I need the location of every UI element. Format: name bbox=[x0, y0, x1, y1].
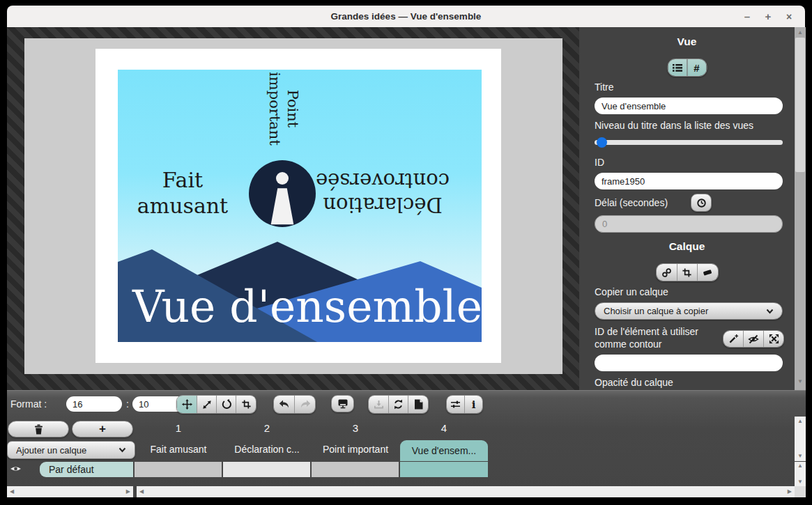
timeout-enable-button[interactable] bbox=[691, 194, 712, 212]
plus-icon: + bbox=[99, 422, 106, 436]
save-button[interactable] bbox=[369, 396, 389, 413]
layers-hscrollbar[interactable]: ◀ ▶ bbox=[7, 486, 133, 497]
scale-mode-button[interactable] bbox=[197, 396, 217, 413]
redo-button[interactable] bbox=[295, 396, 315, 413]
eraser-icon bbox=[702, 267, 713, 277]
format-separator: : bbox=[126, 398, 129, 410]
move-icon bbox=[182, 399, 192, 410]
player-preview-button[interactable] bbox=[331, 395, 354, 412]
frame-list-button[interactable] bbox=[668, 59, 687, 76]
scroll-left-icon[interactable]: ◀ bbox=[10, 489, 14, 495]
frame-title-1[interactable]: Fait amusant bbox=[135, 444, 222, 455]
resize-diagonal-icon bbox=[202, 400, 212, 410]
layer-visibility-eye-icon[interactable] bbox=[10, 465, 22, 473]
clock-icon bbox=[696, 198, 707, 208]
slide-preview[interactable]: Point important Fait amusant Déclaration… bbox=[118, 70, 482, 342]
scroll-up-icon[interactable]: ▲ bbox=[797, 463, 803, 469]
erase-layer-button[interactable] bbox=[698, 264, 718, 281]
clip-layer-button[interactable] bbox=[677, 264, 698, 281]
bottom-panel: Format : : bbox=[7, 390, 806, 497]
scroll-right-icon[interactable]: ▶ bbox=[126, 489, 130, 495]
timeline-hscrollbar[interactable]: ◀ ▶ bbox=[137, 486, 795, 497]
contour-id-input[interactable] bbox=[595, 355, 783, 371]
fit-element-button[interactable] bbox=[764, 331, 783, 347]
reload-button[interactable] bbox=[389, 396, 408, 413]
file-buttons bbox=[368, 395, 429, 414]
timeline-cell-4-selected[interactable] bbox=[400, 462, 488, 477]
frame-number-button[interactable]: # bbox=[687, 59, 706, 76]
scroll-up-icon[interactable]: ▲ bbox=[797, 419, 803, 424]
crop-icon bbox=[241, 399, 252, 410]
misc-buttons: i bbox=[446, 395, 483, 414]
monitor-icon bbox=[337, 398, 348, 409]
frame-header-1[interactable]: 1 bbox=[135, 422, 222, 434]
scroll-up-icon[interactable]: ▲ bbox=[797, 30, 803, 36]
expand-arrows-icon bbox=[769, 334, 779, 344]
presentation-canvas[interactable]: Point important Fait amusant Déclaration… bbox=[7, 27, 579, 390]
slide-text-point-important: Point important bbox=[265, 72, 300, 146]
timeline-cell-2[interactable] bbox=[223, 462, 310, 477]
frame-id-input[interactable] bbox=[595, 173, 783, 189]
frame-title-4-selected[interactable]: Vue d'ensem... bbox=[400, 440, 488, 461]
about-button[interactable]: i bbox=[465, 396, 482, 413]
chevron-down-icon bbox=[766, 309, 774, 314]
minimize-button[interactable]: – bbox=[740, 6, 755, 27]
hide-element-button[interactable] bbox=[744, 331, 764, 347]
scroll-down-icon[interactable]: ▼ bbox=[797, 453, 803, 459]
layer-default-label[interactable]: Par défaut bbox=[40, 462, 133, 477]
frame-title-3[interactable]: Point important bbox=[312, 444, 399, 455]
frame-header-2[interactable]: 2 bbox=[223, 422, 311, 434]
scroll-left-icon[interactable]: ◀ bbox=[139, 489, 144, 495]
titre-input[interactable] bbox=[595, 98, 783, 114]
titre-label: Titre bbox=[595, 81, 613, 93]
undo-button[interactable] bbox=[274, 396, 295, 413]
titlebar[interactable]: Grandes idées — Vue d'ensemble – + × bbox=[7, 6, 805, 27]
slider-thumb[interactable] bbox=[597, 137, 607, 148]
copy-layer-select[interactable]: Choisir un calque à copier bbox=[595, 302, 783, 320]
frame-title-2[interactable]: Déclaration c... bbox=[223, 444, 311, 455]
crop-icon bbox=[682, 267, 692, 278]
timeline-cell-3[interactable] bbox=[312, 462, 399, 477]
slider-track[interactable] bbox=[595, 140, 783, 145]
redo-icon bbox=[300, 400, 311, 409]
scroll-right-icon[interactable]: ▶ bbox=[788, 489, 792, 495]
timeout-input[interactable] bbox=[595, 215, 783, 233]
scroll-down-icon[interactable]: ▼ bbox=[797, 479, 803, 485]
scroll-down-icon[interactable]: ▼ bbox=[797, 379, 803, 384]
format-width-input[interactable] bbox=[66, 396, 122, 412]
sidebar-scrollbar[interactable]: ▲ ▼ bbox=[795, 27, 806, 390]
close-button[interactable]: × bbox=[781, 6, 797, 27]
copier-label: Copier un calque bbox=[595, 286, 668, 297]
info-circle-icon bbox=[249, 160, 316, 227]
download-icon bbox=[374, 399, 384, 410]
clip-mode-button[interactable] bbox=[236, 396, 256, 413]
frame-header-4[interactable]: 4 bbox=[400, 422, 488, 434]
preferences-button[interactable] bbox=[447, 396, 465, 413]
maximize-button[interactable]: + bbox=[760, 6, 776, 27]
pick-element-button[interactable] bbox=[723, 331, 744, 347]
frame-header-3[interactable]: 3 bbox=[312, 422, 399, 434]
add-layer-select[interactable]: Ajouter un calque bbox=[7, 441, 135, 459]
move-mode-button[interactable] bbox=[177, 396, 197, 413]
delete-frame-button[interactable] bbox=[8, 421, 69, 437]
slide-title-text: Vue d'ensemble bbox=[132, 281, 482, 334]
link-layer-button[interactable] bbox=[657, 264, 677, 281]
sidebar-scrollbar-thumb[interactable] bbox=[795, 38, 805, 172]
magic-wand-icon bbox=[728, 334, 739, 344]
add-frame-button[interactable]: + bbox=[72, 421, 133, 437]
contour-tool-buttons bbox=[723, 330, 784, 348]
format-label: Format : bbox=[10, 398, 47, 410]
history-buttons bbox=[273, 395, 316, 414]
link-icon bbox=[661, 267, 672, 278]
title-level-slider[interactable] bbox=[595, 137, 783, 148]
id-label: ID bbox=[595, 157, 604, 168]
rotate-mode-button[interactable] bbox=[217, 396, 236, 413]
frames-vscrollbar[interactable]: ▲ ▼ bbox=[795, 417, 806, 461]
slide-text-declaration: Déclaration controversée bbox=[316, 168, 450, 217]
layers-vscrollbar[interactable]: ▲ ▼ bbox=[795, 462, 806, 486]
chevron-down-icon bbox=[118, 447, 126, 453]
export-button[interactable] bbox=[408, 396, 428, 413]
file-icon bbox=[414, 399, 423, 410]
rotate-icon bbox=[221, 399, 231, 410]
timeline-cell-1[interactable] bbox=[135, 462, 222, 477]
